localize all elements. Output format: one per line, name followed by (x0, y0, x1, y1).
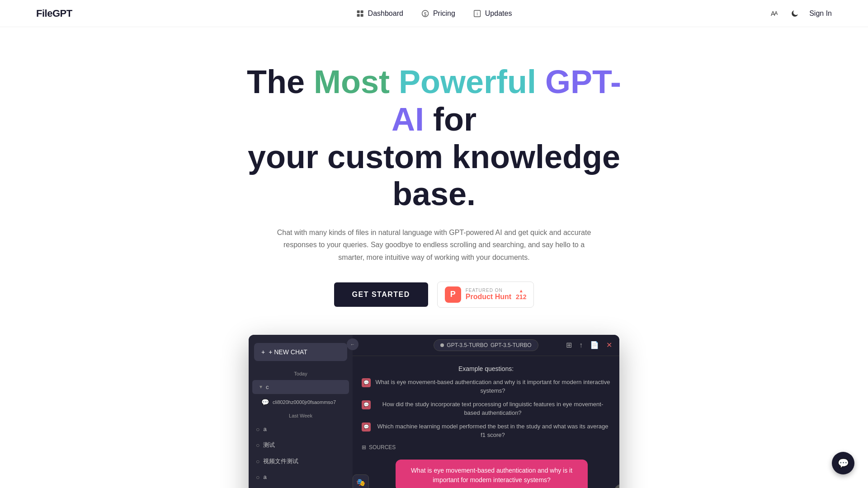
title-powerful: Powerful (399, 64, 536, 100)
last-week-label: Last Week (249, 410, 353, 421)
example-question-2[interactable]: 💬 How did the study incorporate text pro… (362, 400, 610, 418)
model-badge[interactable]: GPT-3.5-TURBO GPT-3.5-TURBO (434, 339, 538, 351)
model-label: GPT-3.5-TURBO (447, 342, 488, 348)
title-prefix: The (247, 64, 314, 100)
ph-arrow-icon: ▲ (519, 288, 524, 293)
sidebar-toggle-button[interactable]: ← (347, 338, 359, 350)
close-button[interactable]: ✕ (606, 341, 612, 349)
q3-icon: 💬 (362, 422, 371, 432)
sidebar-a2-label: a (263, 474, 266, 480)
new-chat-button[interactable]: + + NEW CHAT (254, 343, 347, 361)
navbar: FileGPT Dashboard $ Pricing (0, 0, 868, 27)
q3-text: Which machine learning model performed t… (375, 422, 610, 440)
title-gpt: GPT- (545, 64, 621, 100)
hero-buttons: GET STARTED P FEATURED ON Product Hunt ▲… (9, 282, 859, 308)
chat-icon-test: ○ (256, 441, 259, 449)
svg-text:$: $ (424, 11, 427, 16)
model-name: GPT-3.5-TURBO (491, 342, 532, 348)
hero-title: The Most Powerful GPT-AI foryour custom … (231, 63, 637, 213)
ph-count-value: 212 (516, 293, 526, 300)
app-content: + + NEW CHAT Today ▾ c 💬 cli8020hz0000jr… (249, 335, 619, 488)
sidebar-item-a1[interactable]: ○ a (249, 422, 353, 436)
example-question-1[interactable]: 💬 What is eye movement-based authenticat… (362, 378, 610, 395)
nav-right: A A Sign In (769, 8, 832, 19)
sidebar-chat-id-label: cli8020hz0000jr0fsaommso7 (273, 399, 336, 405)
sidebar-item-c[interactable]: ▾ c (252, 380, 349, 394)
chat-bubble-icon: 💬 (261, 399, 269, 406)
sidebar-item-video[interactable]: ○ 视频文件测试 (249, 454, 353, 469)
chat-area: GPT-3.5-TURBO GPT-3.5-TURBO ⊞ ↑ 📄 ✕ (353, 335, 619, 488)
sidebar-item-a2[interactable]: ○ a (249, 470, 353, 484)
sidebar-video-label: 视频文件测试 (263, 457, 298, 465)
svg-text:i: i (477, 11, 478, 16)
dashboard-icon (356, 9, 364, 18)
chat-icon-video: ○ (256, 458, 259, 465)
q1-text: What is eye movement-based authenticatio… (375, 378, 610, 395)
svg-text:A: A (774, 10, 778, 16)
user-avatar: 🐶 (614, 484, 619, 488)
support-widget[interactable]: 💬 (832, 452, 854, 474)
site-logo[interactable]: FileGPT (36, 8, 72, 19)
ph-count: ▲ 212 (516, 288, 526, 300)
nav-dashboard[interactable]: Dashboard (356, 9, 403, 18)
document-icon[interactable]: 📄 (590, 341, 599, 349)
updates-label: Updates (485, 9, 512, 18)
dashboard-label: Dashboard (368, 9, 403, 18)
hero-subtitle: Chat with many kinds of files in natural… (276, 226, 592, 263)
app-window: + + NEW CHAT Today ▾ c 💬 cli8020hz0000jr… (249, 335, 619, 488)
user-message: What is eye movement-based authenticatio… (396, 460, 588, 488)
title-suffix: foryour custom knowledge base. (248, 101, 620, 212)
today-label: Today (249, 368, 353, 379)
q2-icon: 💬 (362, 400, 371, 409)
ph-name-label: Product Hunt (466, 293, 511, 301)
chat-icon-a1: ○ (256, 426, 259, 433)
sidebar-item-c-label: c (266, 384, 269, 390)
product-hunt-logo: P (445, 286, 461, 303)
sign-in-button[interactable]: Sign In (809, 9, 832, 18)
pricing-label: Pricing (433, 9, 455, 18)
svg-rect-3 (361, 14, 363, 17)
nav-pricing[interactable]: $ Pricing (421, 9, 455, 18)
example-label: Example questions: (362, 365, 610, 372)
title-ai: AI (392, 101, 424, 137)
new-chat-plus: + (261, 348, 265, 356)
sidebar-test-label: 测试 (263, 441, 275, 449)
sidebar: + + NEW CHAT Today ▾ c 💬 cli8020hz0000jr… (249, 335, 353, 488)
get-started-button[interactable]: GET STARTED (334, 282, 428, 307)
svg-rect-1 (361, 10, 363, 13)
svg-rect-2 (357, 14, 360, 17)
dark-mode-icon[interactable] (789, 8, 800, 19)
hero-section: The Most Powerful GPT-AI foryour custom … (0, 27, 868, 488)
example-question-3[interactable]: 💬 Which machine learning model performed… (362, 422, 610, 440)
chat-messages: 🎭 Example questions: 💬 What is eye movem… (353, 356, 619, 488)
nav-updates[interactable]: i Updates (473, 9, 512, 18)
q2-text: How did the study incorporate text proce… (375, 400, 610, 418)
chat-icon-a2: ○ (256, 474, 259, 481)
product-hunt-button[interactable]: P FEATURED ON Product Hunt ▲ 212 (437, 282, 534, 308)
app-preview: + + NEW CHAT Today ▾ c 💬 cli8020hz0000jr… (9, 335, 859, 488)
model-dot (440, 343, 444, 347)
chat-topbar-icons: ⊞ ↑ 📄 ✕ (566, 341, 612, 349)
sidebar-chat-item-id[interactable]: 💬 cli8020hz0000jr0fsaommso7 (249, 395, 353, 409)
q1-icon: 💬 (362, 378, 371, 387)
example-questions: Example questions: 💬 What is eye movemen… (362, 365, 610, 450)
translate-icon[interactable]: A A (769, 8, 780, 19)
user-message-wrapper: What is eye movement-based authenticatio… (362, 460, 610, 488)
chat-topbar: GPT-3.5-TURBO GPT-3.5-TURBO ⊞ ↑ 📄 ✕ (353, 335, 619, 356)
chevron-down-icon: ▾ (259, 384, 262, 390)
sidebar-a1-label: a (263, 426, 266, 432)
sidebar-item-test[interactable]: ○ 测试 (249, 437, 353, 453)
ph-featured-label: FEATURED ON (466, 288, 503, 293)
updates-icon: i (473, 9, 481, 18)
upload-icon[interactable]: ↑ (579, 341, 583, 349)
sources-label: SOURCES (369, 444, 396, 450)
product-hunt-text: FEATURED ON Product Hunt (466, 288, 511, 301)
sources-icon: ⊞ (362, 444, 366, 450)
title-most: Most (314, 64, 390, 100)
sources-button[interactable]: ⊞ SOURCES (362, 444, 610, 450)
support-icon: 💬 (838, 458, 849, 469)
svg-rect-0 (357, 10, 360, 13)
new-chat-label: + NEW CHAT (269, 348, 307, 356)
grid-view-icon[interactable]: ⊞ (566, 341, 572, 349)
nav-center: Dashboard $ Pricing i Updates (356, 9, 512, 18)
